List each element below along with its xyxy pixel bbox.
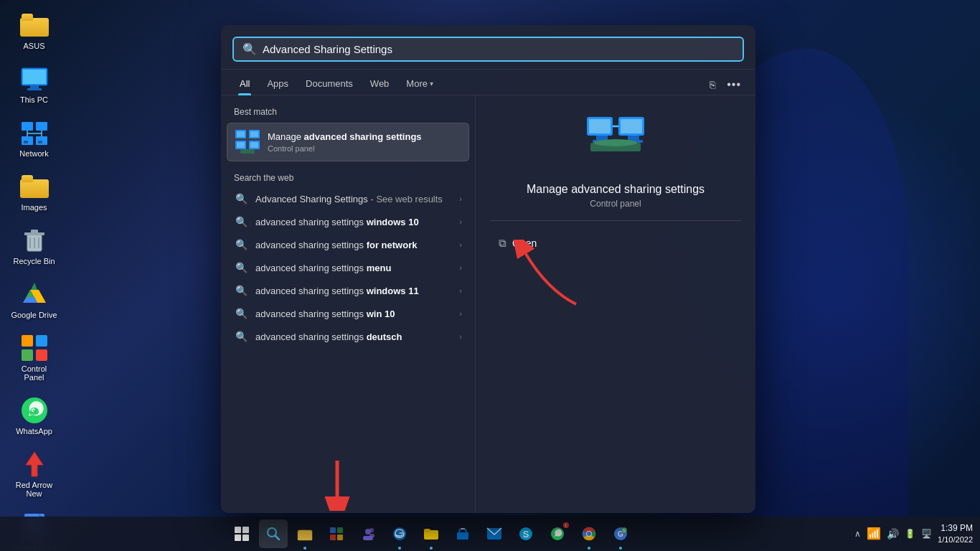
web-result-6[interactable]: 🔍 advanced sharing settings win 10 ›	[227, 302, 469, 325]
tab-apps[interactable]: Apps	[260, 74, 296, 95]
detail-app-subtitle: Control panel	[590, 199, 641, 209]
red-arrow-label: Red Arrow New	[11, 481, 57, 498]
images-folder-icon	[20, 172, 49, 201]
desktop-icon-red-arrow[interactable]: Red Arrow New	[7, 446, 61, 501]
web-result-5[interactable]: 🔍 advanced sharing settings windows 11 ›	[227, 279, 469, 302]
svg-rect-27	[36, 349, 47, 361]
svg-text:S: S	[522, 529, 529, 540]
taskbar-google-app[interactable]: G S	[606, 519, 635, 548]
taskbar-mail[interactable]	[480, 519, 509, 548]
web-search-icon-3: 🔍	[234, 239, 248, 250]
svg-rect-15	[31, 230, 38, 233]
taskbar-edge[interactable]	[385, 519, 414, 548]
desktop-icon-network[interactable]: Network	[7, 115, 61, 161]
web-arrow-6: ›	[459, 309, 462, 318]
desktop-icon-this-pc[interactable]: This PC	[7, 61, 61, 108]
whatsapp-notification-badge: !	[563, 522, 569, 528]
tab-documents[interactable]: Documents	[298, 74, 360, 95]
asus-icon	[20, 11, 49, 39]
detail-divider	[490, 220, 741, 221]
web-result-4[interactable]: 🔍 advanced sharing settings menu ›	[227, 256, 469, 279]
detail-app-name: Manage advanced sharing settings	[527, 183, 705, 196]
web-result-text-3: advanced sharing settings for network	[255, 240, 452, 250]
svg-rect-26	[22, 349, 33, 361]
taskbar-file-manager[interactable]	[417, 519, 446, 548]
svg-rect-72	[337, 534, 343, 540]
search-input[interactable]	[263, 43, 734, 55]
svg-rect-25	[36, 335, 47, 347]
tab-more[interactable]: More ▾	[399, 74, 440, 95]
windows-logo	[235, 527, 249, 541]
web-search-icon-4: 🔍	[234, 262, 248, 273]
svg-rect-53	[589, 119, 611, 133]
taskbar-whatsapp[interactable]: !	[543, 519, 572, 548]
taskbar-widgets[interactable]	[322, 519, 351, 548]
control-panel-label: Control Panel	[11, 364, 57, 382]
control-panel-icon	[20, 334, 49, 362]
network-label: Network	[19, 149, 48, 158]
tab-all[interactable]: All	[232, 74, 257, 95]
svg-rect-48	[250, 131, 258, 137]
web-result-1[interactable]: 🔍 Advanced Sharing Settings - See web re…	[227, 187, 469, 210]
asus-label: ASUS	[24, 42, 45, 50]
desktop-icon-whatsapp[interactable]: WhatsApp	[7, 392, 61, 439]
desktop-icons: ASUS This PC	[7, 7, 61, 551]
detail-app-icon	[583, 110, 648, 174]
web-result-text-7: advanced sharing settings deutsch	[255, 331, 452, 342]
web-result-7[interactable]: 🔍 advanced sharing settings deutsch ›	[227, 325, 469, 348]
desktop-icon-recycle-bin[interactable]: Recycle Bin	[7, 222, 61, 269]
best-match-label: Best match	[227, 104, 469, 123]
web-arrow-5: ›	[459, 286, 462, 295]
svg-rect-47	[237, 131, 245, 137]
google-drive-icon	[20, 280, 49, 309]
start-button[interactable]	[227, 519, 256, 548]
web-result-text-2: advanced sharing settings windows 10	[255, 217, 452, 227]
svg-rect-68	[298, 532, 312, 540]
svg-marker-29	[26, 452, 43, 476]
web-result-text-5: advanced sharing settings windows 11	[255, 286, 452, 296]
battery-icon[interactable]: 🔋	[905, 529, 915, 539]
svg-rect-54	[596, 136, 608, 140]
taskbar-store[interactable]	[448, 519, 477, 548]
web-result-2[interactable]: 🔍 advanced sharing settings windows 10 ›	[227, 210, 469, 233]
svg-point-62	[594, 139, 637, 146]
best-match-subtitle: Control panel	[268, 144, 461, 153]
taskbar-chrome[interactable]	[575, 519, 603, 548]
red-arrow-annotation	[490, 261, 741, 347]
wifi-icon[interactable]: 📶	[867, 527, 881, 540]
recycle-bin-label: Recycle Bin	[13, 257, 55, 265]
web-result-3[interactable]: 🔍 advanced sharing settings for network …	[227, 233, 469, 256]
desktop-icon-images[interactable]: Images	[7, 169, 61, 215]
search-magnifier-icon: 🔍	[242, 42, 257, 56]
taskbar-right: ∧ 📶 🔊 🔋 🖥️ 1:39 PM 1/10/2022	[854, 523, 973, 545]
desktop-icon-google-drive[interactable]: Google Drive	[7, 276, 61, 323]
desktop-icon-control-panel[interactable]: Control Panel	[7, 330, 61, 385]
network-status-icon[interactable]: 🖥️	[921, 529, 932, 539]
chevron-up-icon[interactable]: ∧	[854, 529, 861, 539]
svg-rect-58	[628, 136, 639, 140]
detail-panel: Manage advanced sharing settings Control…	[476, 95, 755, 513]
whatsapp-icon	[20, 396, 49, 425]
more-options-icon-btn[interactable]: •••	[724, 75, 744, 94]
taskbar-file-explorer[interactable]	[291, 519, 319, 548]
images-label: Images	[21, 203, 47, 212]
search-input-wrapper[interactable]: 🔍	[232, 37, 744, 62]
search-taskbar-icon	[266, 527, 281, 541]
taskbar-search-button[interactable]	[259, 519, 288, 548]
desktop-icon-asus[interactable]: ASUS	[7, 7, 61, 54]
svg-rect-50	[250, 142, 258, 148]
time-display[interactable]: 1:39 PM 1/10/2022	[938, 523, 973, 545]
tab-web[interactable]: Web	[363, 74, 397, 95]
share-icon-btn[interactable]: ⎘	[707, 76, 718, 93]
web-search-icon-1: 🔍	[234, 193, 248, 204]
web-search-icon-6: 🔍	[234, 308, 248, 319]
taskbar-skype[interactable]: S	[512, 519, 540, 548]
volume-icon[interactable]: 🔊	[887, 528, 899, 540]
web-result-text-4: advanced sharing settings menu	[255, 263, 452, 273]
svg-rect-3	[27, 88, 42, 90]
more-chevron-icon: ▾	[430, 80, 433, 88]
best-match-item[interactable]: Manage advanced sharing settings Control…	[227, 123, 469, 161]
taskbar-teams[interactable]	[354, 519, 382, 548]
svg-rect-24	[22, 335, 33, 347]
search-bar-container: 🔍	[221, 25, 755, 70]
